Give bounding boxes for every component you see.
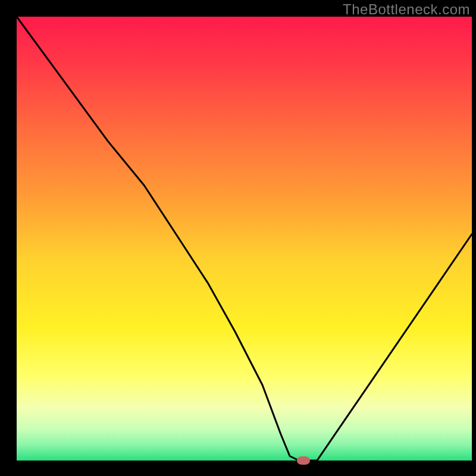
optimal-marker [297,456,310,465]
watermark-text: TheBottleneck.com [343,1,470,18]
chart-svg [0,0,476,476]
chart-frame: TheBottleneck.com [0,0,476,476]
plot-background [17,17,472,461]
